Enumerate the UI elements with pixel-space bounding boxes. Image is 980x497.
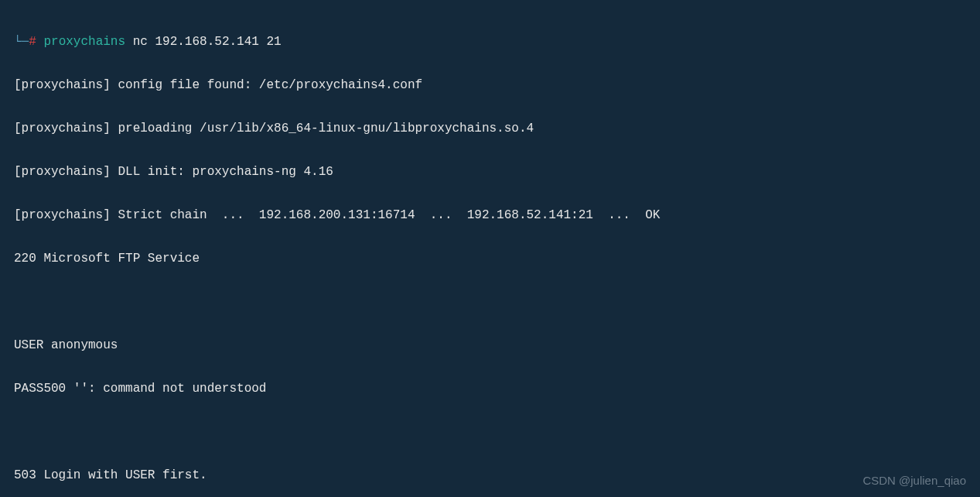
output-line: 503 Login with USER first. xyxy=(14,464,966,486)
prompt-args: nc 192.168.52.141 21 xyxy=(133,35,282,49)
output-line: [proxychains] config file found: /etc/pr… xyxy=(14,74,966,96)
output-line: [proxychains] preloading /usr/lib/x86_64… xyxy=(14,118,966,139)
output-line xyxy=(14,291,966,313)
prompt-hash: # xyxy=(29,35,36,49)
output-line xyxy=(14,421,966,443)
output-line: 220 Microsoft FTP Service xyxy=(14,248,966,269)
output-line: [proxychains] Strict chain ... 192.168.2… xyxy=(14,204,966,226)
watermark: CSDN @julien_qiao xyxy=(862,471,966,491)
prompt-tree-icon: └─ xyxy=(14,35,29,49)
terminal-output[interactable]: └─# proxychains nc 192.168.52.141 21 [pr… xyxy=(14,9,966,497)
prompt-line: └─# proxychains nc 192.168.52.141 21 xyxy=(14,31,966,53)
prompt-command: proxychains xyxy=(43,35,125,49)
output-line: [proxychains] DLL init: proxychains-ng 4… xyxy=(14,161,966,183)
output-line: USER anonymous xyxy=(14,334,966,356)
output-line: PASS500 '': command not understood xyxy=(14,378,966,399)
